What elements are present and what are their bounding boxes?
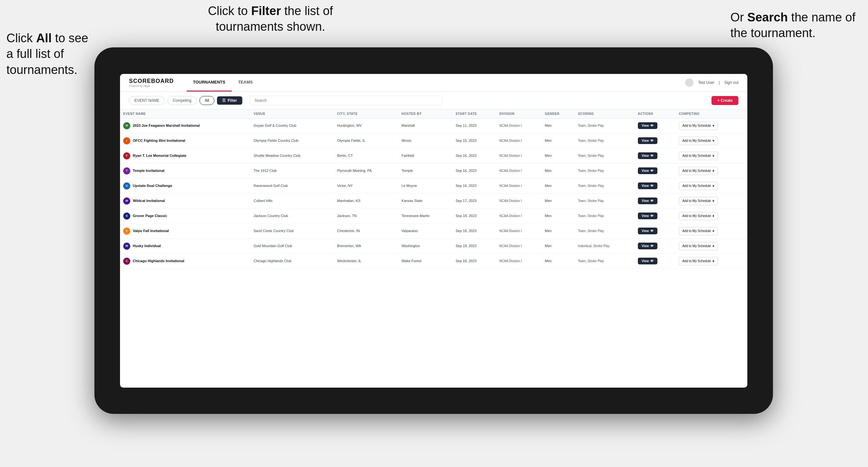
event-name: Valpo Fall Invitational xyxy=(133,228,169,233)
annotation-top: Click to Filter the list of tournaments … xyxy=(186,3,355,35)
add-to-schedule-button[interactable]: Add to My Schedule + xyxy=(679,137,718,145)
actions-cell: View 👁 xyxy=(635,133,676,148)
view-button[interactable]: View 👁 xyxy=(638,213,658,219)
col-gender: GENDER xyxy=(541,110,575,118)
start-date-cell: Sep 16, 2023 xyxy=(452,163,496,178)
table-row: I OFCC Fighting Illini Invitational Olym… xyxy=(120,133,747,148)
competing-cell: Add to My Schedule + xyxy=(676,253,747,269)
hosted-by-cell: Wake Forest xyxy=(399,253,453,269)
team-logo: V xyxy=(123,227,130,235)
add-to-schedule-button[interactable]: Add to My Schedule + xyxy=(679,242,718,250)
venue-cell: Olympia Fields Country Club xyxy=(250,133,334,148)
division-cell: NCAA Division I xyxy=(496,239,541,253)
actions-cell: View 👁 xyxy=(635,253,676,269)
signout-link[interactable]: Sign out xyxy=(724,80,738,85)
competing-cell: Add to My Schedule + xyxy=(676,239,747,253)
add-to-schedule-button[interactable]: Add to My Schedule + xyxy=(679,182,718,190)
city-state-cell: Jackson, TN xyxy=(334,208,398,223)
add-to-schedule-button[interactable]: Add to My Schedule + xyxy=(679,227,718,235)
competing-cell: Add to My Schedule + xyxy=(676,163,747,178)
search-input[interactable] xyxy=(250,96,442,105)
city-state-cell: Manhattan, KS xyxy=(334,193,398,208)
logo-text: SCOREBOARD xyxy=(129,78,174,85)
add-to-schedule-button[interactable]: Add to My Schedule + xyxy=(679,122,718,130)
gender-cell: Men xyxy=(541,253,575,269)
table-row: W Husky Individual Gold Mountain Golf Cl… xyxy=(120,239,747,253)
scoring-cell: Team, Stroke Play xyxy=(575,208,635,223)
competing-tab[interactable]: Competing xyxy=(167,96,197,105)
all-tab[interactable]: All xyxy=(199,96,214,105)
create-button[interactable]: + Create xyxy=(712,96,738,105)
venue-cell: Sand Creek Country Club xyxy=(250,223,334,239)
view-button[interactable]: View 👁 xyxy=(638,137,658,144)
table-row: C Chicago Highlands Invitational Chicago… xyxy=(120,253,747,269)
plus-icon: + xyxy=(712,259,714,263)
division-cell: NCAA Division I xyxy=(496,193,541,208)
gender-cell: Men xyxy=(541,193,575,208)
event-name-cell: M 2023 Joe Feaganes Marshall Invitationa… xyxy=(120,118,250,133)
filter-icon: ☰ xyxy=(222,98,226,103)
annotation-left: Click All to see a full list of tourname… xyxy=(6,30,96,78)
add-to-schedule-button[interactable]: Add to My Schedule + xyxy=(679,152,718,160)
event-name-cell: V Valpo Fall Invitational xyxy=(120,223,250,239)
scoring-cell: Team, Stroke Play xyxy=(575,253,635,269)
hosted-by-cell: Washington xyxy=(399,239,453,253)
event-name-cell: C Chicago Highlands Invitational xyxy=(120,253,250,269)
plus-icon: + xyxy=(712,138,714,143)
competing-cell: Add to My Schedule + xyxy=(676,208,747,223)
actions-cell: View 👁 xyxy=(635,148,676,163)
table-row: U Upstate Dual Challenge Ravenwood Golf … xyxy=(120,178,747,193)
event-name: 2023 Joe Feaganes Marshall Invitational xyxy=(133,123,200,128)
start-date-cell: Sep 16, 2023 xyxy=(452,148,496,163)
table-row: T Temple Invitational The 1912 Club Plym… xyxy=(120,163,747,178)
col-division: DIVISION xyxy=(496,110,541,118)
event-name-cell: W Husky Individual xyxy=(120,239,250,253)
actions-cell: View 👁 xyxy=(635,208,676,223)
plus-icon: + xyxy=(712,214,714,218)
start-date-cell: Sep 17, 2023 xyxy=(452,193,496,208)
view-button[interactable]: View 👁 xyxy=(638,167,658,174)
division-cell: NCAA Division I xyxy=(496,223,541,239)
eye-icon: 👁 xyxy=(650,199,654,203)
city-state-cell: Victor, NY xyxy=(334,178,398,193)
event-name: Temple Invitational xyxy=(133,168,164,173)
hosting-tab[interactable]: EVENT NAME xyxy=(129,96,165,105)
venue-cell: The 1912 Club xyxy=(250,163,334,178)
add-to-schedule-button[interactable]: Add to My Schedule + xyxy=(679,167,718,175)
app-header: SCOREBOARD Powered by clippd TOURNAMENTS… xyxy=(120,74,747,92)
add-to-schedule-button[interactable]: Add to My Schedule + xyxy=(679,257,718,266)
scoring-cell: Individual, Stroke Play xyxy=(575,239,635,253)
eye-icon: 👁 xyxy=(650,229,654,233)
tablet-screen: SCOREBOARD Powered by clippd TOURNAMENTS… xyxy=(120,74,747,387)
hosted-by-cell: Marshall xyxy=(399,118,453,133)
view-button[interactable]: View 👁 xyxy=(638,227,658,234)
team-logo: U xyxy=(123,182,130,189)
col-event: EVENT NAME xyxy=(120,110,250,118)
plus-icon: + xyxy=(712,244,714,248)
view-button[interactable]: View 👁 xyxy=(638,152,658,159)
view-button[interactable]: View 👁 xyxy=(638,182,658,189)
start-date-cell: Sep 18, 2023 xyxy=(452,223,496,239)
team-logo: I xyxy=(123,137,130,144)
view-button[interactable]: View 👁 xyxy=(638,258,658,264)
venue-cell: Ravenwood Golf Club xyxy=(250,178,334,193)
event-name: OFCC Fighting Illini Invitational xyxy=(133,138,185,143)
competing-cell: Add to My Schedule + xyxy=(676,178,747,193)
user-name: Test User xyxy=(698,80,714,85)
nav-tab-teams[interactable]: TEAMS xyxy=(232,74,259,92)
nav-tab-tournaments[interactable]: TOURNAMENTS xyxy=(187,74,232,92)
filter-button[interactable]: ☰ Filter xyxy=(217,96,242,105)
eye-icon: 👁 xyxy=(650,154,654,157)
tournament-table: EVENT NAME VENUE CITY, STATE HOSTED BY S… xyxy=(120,110,747,269)
col-venue: VENUE xyxy=(250,110,334,118)
annotation-right: Or Search the name of the tournament. xyxy=(731,9,859,41)
view-button[interactable]: View 👁 xyxy=(638,243,658,249)
add-to-schedule-button[interactable]: Add to My Schedule + xyxy=(679,212,718,220)
col-actions: ACTIONS xyxy=(635,110,676,118)
start-date-cell: Sep 18, 2023 xyxy=(452,208,496,223)
city-state-cell: Plymouth Meeting, PA xyxy=(334,163,398,178)
view-button[interactable]: View 👁 xyxy=(638,122,658,129)
tablet-frame: SCOREBOARD Powered by clippd TOURNAMENTS… xyxy=(94,48,773,414)
view-button[interactable]: View 👁 xyxy=(638,197,658,204)
add-to-schedule-button[interactable]: Add to My Schedule + xyxy=(679,197,718,205)
